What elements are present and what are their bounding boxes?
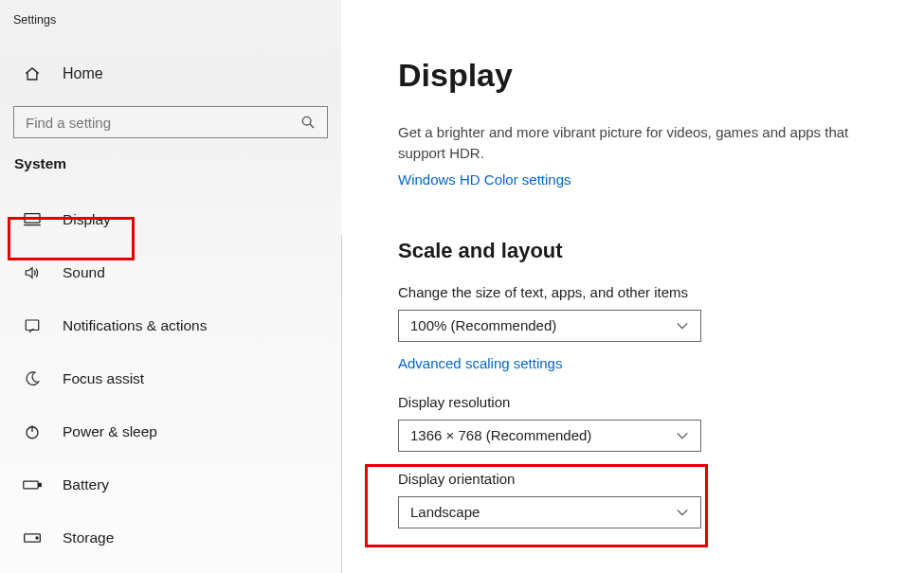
power-icon: [23, 423, 42, 440]
nav-label: Focus assist: [63, 370, 144, 387]
category-header: System: [0, 155, 341, 186]
chevron-down-icon: [676, 508, 689, 517]
home-icon: [23, 65, 42, 82]
svg-line-1: [310, 124, 314, 128]
hdr-description: Get a brighter and more vibrant picture …: [398, 122, 872, 164]
nav-label: Storage: [63, 529, 114, 546]
orientation-combobox[interactable]: Landscape: [398, 496, 701, 528]
nav-label: Power & sleep: [63, 423, 157, 440]
nav-storage[interactable]: Storage: [0, 511, 341, 564]
scale-section-title: Scale and layout: [398, 239, 924, 263]
home-label: Home: [63, 65, 103, 82]
main-content: Display Get a brighter and more vibrant …: [341, 0, 924, 573]
moon-icon: [23, 370, 42, 387]
hdr-settings-link[interactable]: Windows HD Color settings: [398, 171, 924, 188]
nav-power-sleep[interactable]: Power & sleep: [0, 405, 341, 458]
svg-point-0: [302, 116, 311, 125]
nav-label: Battery: [63, 476, 109, 493]
chevron-down-icon: [676, 321, 689, 331]
nav-display[interactable]: Display: [0, 193, 341, 246]
nav-list: Display Sound Notifications & actions Fo…: [0, 193, 341, 564]
scale-combobox[interactable]: 100% (Recommended): [398, 310, 701, 342]
nav-label: Notifications & actions: [63, 317, 208, 334]
svg-rect-7: [24, 481, 38, 489]
sidebar: Settings Home System Display: [0, 0, 341, 573]
svg-rect-8: [39, 483, 41, 486]
storage-icon: [23, 531, 42, 545]
nav-battery[interactable]: Battery: [0, 458, 341, 511]
nav-sound[interactable]: Sound: [0, 246, 341, 299]
search-icon: [300, 115, 316, 130]
orientation-value: Landscape: [410, 504, 480, 520]
scale-value: 100% (Recommended): [410, 317, 556, 333]
orientation-label: Display orientation: [398, 471, 924, 487]
search-input[interactable]: [26, 115, 272, 131]
battery-icon: [23, 478, 42, 492]
chevron-down-icon: [676, 431, 689, 440]
search-box[interactable]: [13, 106, 328, 138]
nav-focus-assist[interactable]: Focus assist: [0, 352, 341, 405]
nav-label: Sound: [63, 264, 105, 281]
page-title: Display: [398, 57, 924, 94]
resolution-combobox[interactable]: 1366 × 768 (Recommended): [398, 420, 701, 452]
svg-rect-2: [25, 214, 40, 224]
resolution-label: Display resolution: [398, 394, 924, 410]
advanced-scaling-link[interactable]: Advanced scaling settings: [398, 355, 924, 371]
scale-label: Change the size of text, apps, and other…: [398, 284, 924, 300]
monitor-icon: [23, 212, 42, 227]
resolution-value: 1366 × 768 (Recommended): [410, 427, 591, 443]
nav-label: Display: [63, 211, 111, 228]
nav-notifications[interactable]: Notifications & actions: [0, 299, 341, 352]
home-button[interactable]: Home: [0, 47, 341, 100]
svg-rect-4: [26, 320, 39, 331]
notification-icon: [23, 317, 42, 334]
svg-point-10: [36, 537, 38, 539]
app-title: Settings: [0, 8, 341, 47]
sound-icon: [23, 264, 42, 281]
